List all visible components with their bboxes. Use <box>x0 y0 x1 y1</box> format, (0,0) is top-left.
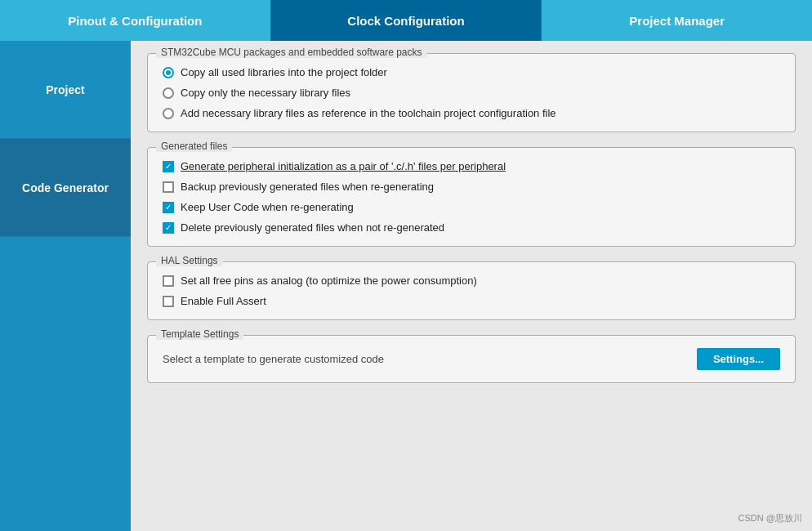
tab-clock[interactable]: Clock Configuration <box>271 0 542 41</box>
checkbox-set-free-pins-box[interactable] <box>163 275 174 287</box>
generated-files-group-box: Generated files Generate peripheral init… <box>147 147 796 247</box>
hal-settings-group-box: HAL Settings Set all free pins as analog… <box>147 261 796 320</box>
radio-copy-necessary-label: Copy only the necessary library files <box>181 87 350 99</box>
settings-button[interactable]: Settings... <box>697 348 780 370</box>
checkbox-delete-files-label: Delete previously generated files when n… <box>181 221 444 234</box>
radio-copy-necessary-button[interactable] <box>163 87 174 99</box>
checkbox-generate-peripheral-box[interactable] <box>163 161 174 172</box>
sidebar-item-project[interactable]: Project <box>0 41 131 139</box>
content-area: STM32Cube MCU packages and embedded soft… <box>131 41 812 531</box>
sidebar-item-code-generator[interactable]: Code Generator <box>0 139 131 237</box>
checkbox-backup-files-box[interactable] <box>163 181 174 193</box>
checkbox-keep-user-code[interactable]: Keep User Code when re-generating <box>163 201 780 213</box>
generated-files-group-legend: Generated files <box>156 141 232 152</box>
radio-add-reference-button[interactable] <box>163 108 174 119</box>
checkbox-generate-peripheral-label: Generate peripheral initialization as a … <box>181 160 506 172</box>
checkbox-keep-user-code-label: Keep User Code when re-generating <box>181 201 354 213</box>
checkbox-enable-full-assert[interactable]: Enable Full Assert <box>163 295 780 307</box>
checkbox-backup-files-label: Backup previously generated files when r… <box>181 181 434 193</box>
tab-bar: Pinout & Configuration Clock Configurati… <box>0 0 812 41</box>
sidebar: Project Code Generator <box>0 41 131 531</box>
radio-copy-all[interactable]: Copy all used libraries into the project… <box>163 66 780 78</box>
tab-project-manager[interactable]: Project Manager <box>542 0 812 41</box>
main-layout: Project Code Generator STM32Cube MCU pac… <box>0 41 812 531</box>
hal-settings-group-legend: HAL Settings <box>156 255 223 266</box>
radio-add-reference-label: Add necessary library files as reference… <box>181 107 556 119</box>
checkbox-keep-user-code-box[interactable] <box>163 202 174 213</box>
checkbox-enable-full-assert-box[interactable] <box>163 296 174 307</box>
template-settings-group-legend: Template Settings <box>156 328 243 340</box>
stm32-group-box: STM32Cube MCU packages and embedded soft… <box>147 53 796 132</box>
checkbox-delete-files[interactable]: Delete previously generated files when n… <box>163 221 780 234</box>
checkbox-set-free-pins-label: Set all free pins as analog (to optimize… <box>181 274 477 287</box>
template-settings-group-box: Template Settings Select a template to g… <box>147 335 796 383</box>
checkbox-backup-files[interactable]: Backup previously generated files when r… <box>163 181 780 193</box>
checkbox-set-free-pins[interactable]: Set all free pins as analog (to optimize… <box>163 274 780 287</box>
checkbox-delete-files-box[interactable] <box>163 222 174 234</box>
watermark: CSDN @思放川 <box>738 512 802 524</box>
checkbox-generate-peripheral[interactable]: Generate peripheral initialization as a … <box>163 160 780 172</box>
template-row: Select a template to generate customized… <box>163 348 780 370</box>
stm32-group-legend: STM32Cube MCU packages and embedded soft… <box>156 47 427 58</box>
radio-copy-all-label: Copy all used libraries into the project… <box>181 66 387 78</box>
radio-copy-necessary[interactable]: Copy only the necessary library files <box>163 87 780 99</box>
tab-pinout[interactable]: Pinout & Configuration <box>0 0 271 41</box>
template-description: Select a template to generate customized… <box>163 353 384 365</box>
radio-add-reference[interactable]: Add necessary library files as reference… <box>163 107 780 119</box>
checkbox-enable-full-assert-label: Enable Full Assert <box>181 295 266 307</box>
radio-copy-all-button[interactable] <box>163 67 174 78</box>
